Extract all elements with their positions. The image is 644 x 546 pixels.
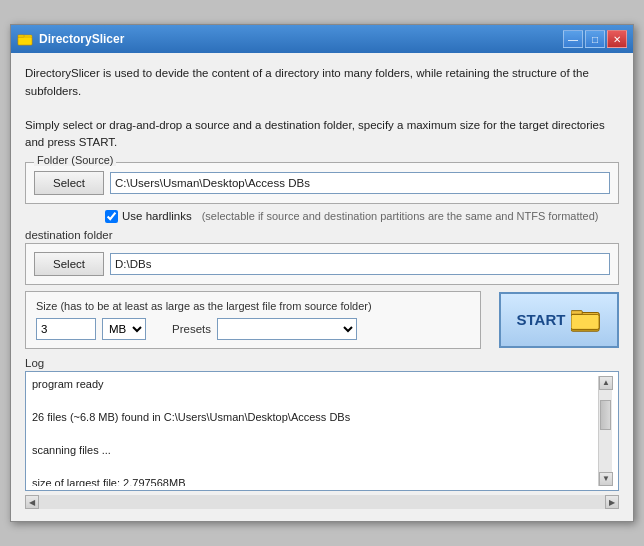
presets-row: Presets bbox=[172, 318, 357, 340]
description-text: DirectorySlicer is used to devide the co… bbox=[25, 65, 619, 151]
destination-row: Select bbox=[34, 252, 610, 276]
main-window: DirectorySlicer — □ ✕ DirectorySlicer is… bbox=[10, 24, 634, 521]
log-line-2: scanning files ... bbox=[32, 442, 598, 459]
log-line-1: 26 files (~6.8 MB) found in C:\Users\Usm… bbox=[32, 409, 598, 426]
source-select-button[interactable]: Select bbox=[34, 171, 104, 195]
source-group: Folder (Source) Select bbox=[25, 162, 619, 204]
scroll-right-button[interactable]: ▶ bbox=[605, 495, 619, 509]
log-line-0: program ready bbox=[32, 376, 598, 393]
destination-label: destination folder bbox=[25, 229, 619, 241]
size-value-input[interactable] bbox=[36, 318, 96, 340]
destination-group: Select bbox=[25, 243, 619, 285]
h-scroll-track[interactable] bbox=[39, 495, 605, 509]
hardlinks-checkbox[interactable] bbox=[105, 210, 118, 223]
desc-line1: DirectorySlicer is used to devide the co… bbox=[25, 67, 589, 96]
hardlinks-label: Use hardlinks bbox=[122, 210, 192, 222]
start-folder-icon bbox=[571, 305, 601, 335]
log-scrollbar: ▲ ▼ bbox=[598, 376, 612, 486]
source-group-label: Folder (Source) bbox=[34, 154, 116, 166]
source-path-input[interactable] bbox=[110, 172, 610, 194]
svg-rect-5 bbox=[571, 310, 582, 314]
destination-select-button[interactable]: Select bbox=[34, 252, 104, 276]
svg-rect-2 bbox=[18, 35, 24, 37]
title-bar-controls: — □ ✕ bbox=[563, 30, 627, 48]
minimize-button[interactable]: — bbox=[563, 30, 583, 48]
close-button[interactable]: ✕ bbox=[607, 30, 627, 48]
presets-select[interactable] bbox=[217, 318, 357, 340]
scroll-up-button[interactable]: ▲ bbox=[599, 376, 613, 390]
size-group: Size (has to be at least as large as the… bbox=[25, 291, 481, 349]
destination-path-input[interactable] bbox=[110, 253, 610, 275]
horizontal-scrollbar: ◀ ▶ bbox=[25, 495, 619, 509]
start-button-label: START bbox=[517, 311, 566, 328]
scroll-thumb[interactable] bbox=[600, 400, 611, 430]
window-title: DirectorySlicer bbox=[39, 32, 124, 46]
size-start-row: Size (has to be at least as large as the… bbox=[25, 291, 619, 349]
size-group-label: Size (has to be at least as large as the… bbox=[36, 300, 470, 312]
app-icon bbox=[17, 31, 33, 47]
log-label: Log bbox=[25, 357, 619, 369]
svg-rect-1 bbox=[18, 37, 32, 45]
source-row: Select bbox=[34, 171, 610, 195]
hardlinks-checkbox-label[interactable]: Use hardlinks bbox=[105, 210, 192, 223]
title-bar-left: DirectorySlicer bbox=[17, 31, 124, 47]
size-unit-select[interactable]: MB GB KB bbox=[102, 318, 146, 340]
scroll-track[interactable] bbox=[599, 390, 612, 472]
log-box: program ready 26 files (~6.8 MB) found i… bbox=[25, 371, 619, 491]
scroll-left-button[interactable]: ◀ bbox=[25, 495, 39, 509]
scroll-down-button[interactable]: ▼ bbox=[599, 472, 613, 486]
log-line-3: size of largest file: 2.797568MB bbox=[32, 475, 598, 486]
hardlinks-row: Use hardlinks (selectable if source and … bbox=[25, 210, 619, 223]
desc-line2: Simply select or drag-and-drop a source … bbox=[25, 119, 605, 148]
start-button[interactable]: START bbox=[499, 292, 619, 348]
size-inputs-row: MB GB KB Presets bbox=[36, 318, 470, 340]
hardlinks-note: (selectable if source and destination pa… bbox=[202, 210, 599, 222]
log-section: Log program ready 26 files (~6.8 MB) fou… bbox=[25, 357, 619, 509]
maximize-button[interactable]: □ bbox=[585, 30, 605, 48]
log-content: program ready 26 files (~6.8 MB) found i… bbox=[32, 376, 598, 486]
svg-rect-6 bbox=[571, 314, 599, 329]
title-bar: DirectorySlicer — □ ✕ bbox=[11, 25, 633, 53]
presets-label: Presets bbox=[172, 323, 211, 335]
content-area: DirectorySlicer is used to devide the co… bbox=[11, 53, 633, 520]
